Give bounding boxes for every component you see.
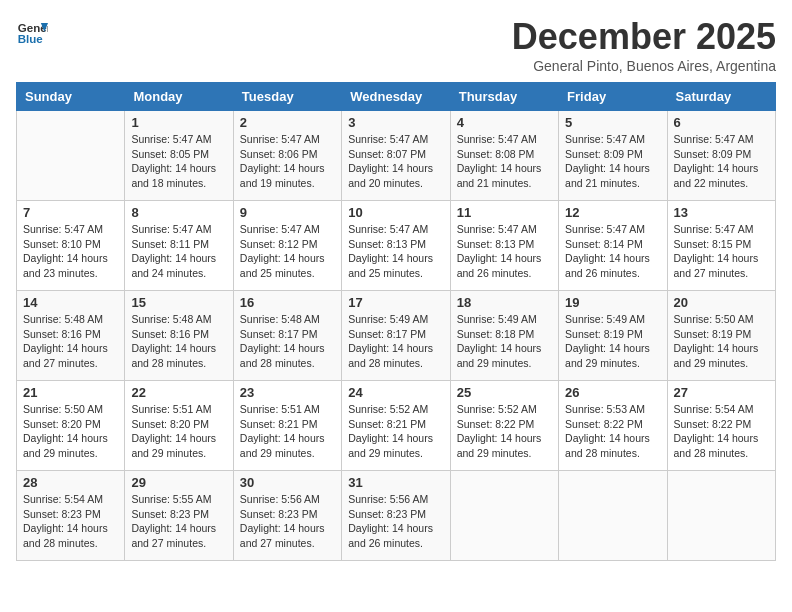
logo-icon: General Blue [16,16,48,48]
day-info: Sunrise: 5:50 AM Sunset: 8:20 PM Dayligh… [23,402,118,461]
day-cell: 3Sunrise: 5:47 AM Sunset: 8:07 PM Daylig… [342,111,450,201]
day-number: 11 [457,205,552,220]
day-number: 30 [240,475,335,490]
day-number: 28 [23,475,118,490]
day-cell: 13Sunrise: 5:47 AM Sunset: 8:15 PM Dayli… [667,201,775,291]
day-number: 5 [565,115,660,130]
day-info: Sunrise: 5:47 AM Sunset: 8:11 PM Dayligh… [131,222,226,281]
day-cell: 17Sunrise: 5:49 AM Sunset: 8:17 PM Dayli… [342,291,450,381]
svg-text:Blue: Blue [18,33,44,45]
day-cell: 16Sunrise: 5:48 AM Sunset: 8:17 PM Dayli… [233,291,341,381]
day-number: 25 [457,385,552,400]
day-info: Sunrise: 5:47 AM Sunset: 8:07 PM Dayligh… [348,132,443,191]
day-cell [17,111,125,201]
day-cell: 27Sunrise: 5:54 AM Sunset: 8:22 PM Dayli… [667,381,775,471]
day-info: Sunrise: 5:47 AM Sunset: 8:06 PM Dayligh… [240,132,335,191]
week-row-3: 14Sunrise: 5:48 AM Sunset: 8:16 PM Dayli… [17,291,776,381]
weekday-header-friday: Friday [559,83,667,111]
month-title: December 2025 [512,16,776,58]
day-info: Sunrise: 5:47 AM Sunset: 8:10 PM Dayligh… [23,222,118,281]
day-info: Sunrise: 5:49 AM Sunset: 8:19 PM Dayligh… [565,312,660,371]
day-info: Sunrise: 5:52 AM Sunset: 8:21 PM Dayligh… [348,402,443,461]
day-cell: 18Sunrise: 5:49 AM Sunset: 8:18 PM Dayli… [450,291,558,381]
day-number: 3 [348,115,443,130]
day-cell: 11Sunrise: 5:47 AM Sunset: 8:13 PM Dayli… [450,201,558,291]
day-cell: 25Sunrise: 5:52 AM Sunset: 8:22 PM Dayli… [450,381,558,471]
day-cell: 8Sunrise: 5:47 AM Sunset: 8:11 PM Daylig… [125,201,233,291]
day-number: 31 [348,475,443,490]
logo: General Blue [16,16,48,48]
day-cell [559,471,667,561]
day-info: Sunrise: 5:47 AM Sunset: 8:09 PM Dayligh… [565,132,660,191]
day-info: Sunrise: 5:49 AM Sunset: 8:18 PM Dayligh… [457,312,552,371]
day-cell: 28Sunrise: 5:54 AM Sunset: 8:23 PM Dayli… [17,471,125,561]
calendar-table: SundayMondayTuesdayWednesdayThursdayFrid… [16,82,776,561]
day-info: Sunrise: 5:48 AM Sunset: 8:16 PM Dayligh… [131,312,226,371]
day-info: Sunrise: 5:56 AM Sunset: 8:23 PM Dayligh… [348,492,443,551]
day-info: Sunrise: 5:47 AM Sunset: 8:05 PM Dayligh… [131,132,226,191]
day-cell: 23Sunrise: 5:51 AM Sunset: 8:21 PM Dayli… [233,381,341,471]
day-cell: 10Sunrise: 5:47 AM Sunset: 8:13 PM Dayli… [342,201,450,291]
week-row-1: 1Sunrise: 5:47 AM Sunset: 8:05 PM Daylig… [17,111,776,201]
day-number: 16 [240,295,335,310]
day-info: Sunrise: 5:51 AM Sunset: 8:20 PM Dayligh… [131,402,226,461]
day-cell: 12Sunrise: 5:47 AM Sunset: 8:14 PM Dayli… [559,201,667,291]
day-number: 27 [674,385,769,400]
weekday-header-row: SundayMondayTuesdayWednesdayThursdayFrid… [17,83,776,111]
day-cell [450,471,558,561]
day-info: Sunrise: 5:55 AM Sunset: 8:23 PM Dayligh… [131,492,226,551]
weekday-header-saturday: Saturday [667,83,775,111]
day-cell: 24Sunrise: 5:52 AM Sunset: 8:21 PM Dayli… [342,381,450,471]
day-info: Sunrise: 5:47 AM Sunset: 8:08 PM Dayligh… [457,132,552,191]
weekday-header-monday: Monday [125,83,233,111]
day-info: Sunrise: 5:48 AM Sunset: 8:17 PM Dayligh… [240,312,335,371]
day-number: 29 [131,475,226,490]
week-row-2: 7Sunrise: 5:47 AM Sunset: 8:10 PM Daylig… [17,201,776,291]
day-number: 9 [240,205,335,220]
day-info: Sunrise: 5:48 AM Sunset: 8:16 PM Dayligh… [23,312,118,371]
day-cell: 9Sunrise: 5:47 AM Sunset: 8:12 PM Daylig… [233,201,341,291]
day-number: 4 [457,115,552,130]
day-info: Sunrise: 5:47 AM Sunset: 8:09 PM Dayligh… [674,132,769,191]
day-info: Sunrise: 5:47 AM Sunset: 8:15 PM Dayligh… [674,222,769,281]
day-number: 2 [240,115,335,130]
day-cell: 21Sunrise: 5:50 AM Sunset: 8:20 PM Dayli… [17,381,125,471]
day-number: 23 [240,385,335,400]
day-number: 26 [565,385,660,400]
day-info: Sunrise: 5:49 AM Sunset: 8:17 PM Dayligh… [348,312,443,371]
week-row-5: 28Sunrise: 5:54 AM Sunset: 8:23 PM Dayli… [17,471,776,561]
page-header: General Blue December 2025 General Pinto… [16,16,776,74]
day-info: Sunrise: 5:51 AM Sunset: 8:21 PM Dayligh… [240,402,335,461]
day-cell: 26Sunrise: 5:53 AM Sunset: 8:22 PM Dayli… [559,381,667,471]
day-number: 1 [131,115,226,130]
weekday-header-thursday: Thursday [450,83,558,111]
week-row-4: 21Sunrise: 5:50 AM Sunset: 8:20 PM Dayli… [17,381,776,471]
day-number: 18 [457,295,552,310]
day-info: Sunrise: 5:47 AM Sunset: 8:14 PM Dayligh… [565,222,660,281]
day-cell: 19Sunrise: 5:49 AM Sunset: 8:19 PM Dayli… [559,291,667,381]
day-cell: 7Sunrise: 5:47 AM Sunset: 8:10 PM Daylig… [17,201,125,291]
day-cell [667,471,775,561]
day-cell: 2Sunrise: 5:47 AM Sunset: 8:06 PM Daylig… [233,111,341,201]
day-number: 19 [565,295,660,310]
day-cell: 22Sunrise: 5:51 AM Sunset: 8:20 PM Dayli… [125,381,233,471]
day-number: 13 [674,205,769,220]
day-cell: 31Sunrise: 5:56 AM Sunset: 8:23 PM Dayli… [342,471,450,561]
weekday-header-sunday: Sunday [17,83,125,111]
day-cell: 4Sunrise: 5:47 AM Sunset: 8:08 PM Daylig… [450,111,558,201]
day-info: Sunrise: 5:47 AM Sunset: 8:13 PM Dayligh… [457,222,552,281]
day-info: Sunrise: 5:54 AM Sunset: 8:23 PM Dayligh… [23,492,118,551]
day-number: 24 [348,385,443,400]
day-cell: 5Sunrise: 5:47 AM Sunset: 8:09 PM Daylig… [559,111,667,201]
day-cell: 6Sunrise: 5:47 AM Sunset: 8:09 PM Daylig… [667,111,775,201]
day-cell: 15Sunrise: 5:48 AM Sunset: 8:16 PM Dayli… [125,291,233,381]
title-area: December 2025 General Pinto, Buenos Aire… [512,16,776,74]
day-info: Sunrise: 5:52 AM Sunset: 8:22 PM Dayligh… [457,402,552,461]
day-number: 15 [131,295,226,310]
day-number: 14 [23,295,118,310]
day-info: Sunrise: 5:56 AM Sunset: 8:23 PM Dayligh… [240,492,335,551]
day-info: Sunrise: 5:50 AM Sunset: 8:19 PM Dayligh… [674,312,769,371]
day-info: Sunrise: 5:53 AM Sunset: 8:22 PM Dayligh… [565,402,660,461]
day-number: 7 [23,205,118,220]
day-cell: 20Sunrise: 5:50 AM Sunset: 8:19 PM Dayli… [667,291,775,381]
